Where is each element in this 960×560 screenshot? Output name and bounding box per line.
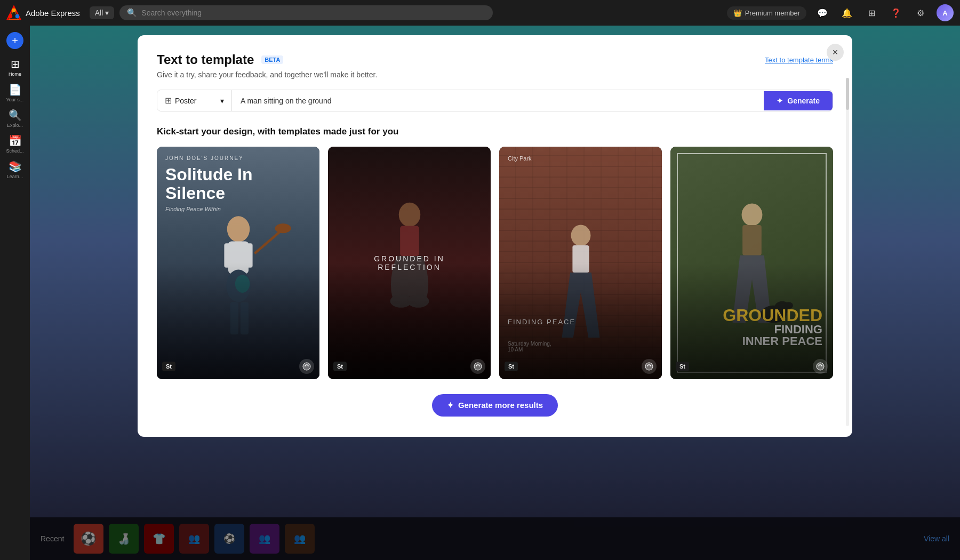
template-card-3[interactable]: City Park FINDING PEACE Saturday Morning… <box>499 147 662 379</box>
remix-badge-2 <box>470 359 485 374</box>
prompt-input-row: ⊞ Poster ▾ ✦ Generate <box>157 90 833 111</box>
template-grid: John Doe'S Journey Solitude InSilence Fi… <box>157 147 833 379</box>
text-to-template-modal: × Text to template BETA Text to template… <box>138 35 852 437</box>
filter-label: All <box>95 9 103 17</box>
sidebar-label-schedule: Sched... <box>6 148 23 154</box>
type-dropdown[interactable]: ⊞ Poster ▾ <box>157 90 232 111</box>
create-new-button[interactable]: + <box>6 32 23 49</box>
search-bar[interactable]: 🔍 <box>119 5 493 20</box>
section-heading: Kick-start your design, with templates m… <box>157 126 833 137</box>
modal-title: Text to template <box>157 52 254 67</box>
remix-icon-1 <box>302 362 311 371</box>
svg-point-20 <box>474 363 482 370</box>
search-icon: 🔍 <box>127 8 137 18</box>
close-icon: × <box>833 47 838 58</box>
sidebar-label-explore: Explo... <box>7 123 23 128</box>
st-badge-3: St <box>505 362 518 371</box>
sidebar-item-schedule[interactable]: 📅 Sched... <box>3 132 27 156</box>
premium-label: Premium member <box>745 9 800 17</box>
template-card-1[interactable]: John Doe'S Journey Solitude InSilence Fi… <box>157 147 319 379</box>
generate-label: Generate <box>787 97 820 105</box>
chevron-down-icon: ▾ <box>105 9 109 17</box>
generate-more-section: ✦ Generate more results <box>157 394 833 417</box>
document-icon: 📄 <box>9 83 22 96</box>
settings-icon-button[interactable]: ⚙ <box>912 4 929 21</box>
chat-icon-button[interactable]: 💬 <box>814 4 831 21</box>
remix-icon-4 <box>816 362 825 371</box>
remix-icon-2 <box>474 362 482 371</box>
dropdown-chevron-icon: ▾ <box>220 97 224 105</box>
search-filter-dropdown[interactable]: All ▾ <box>90 6 115 19</box>
sidebar-item-learn[interactable]: 📚 Learn... <box>3 158 27 181</box>
st-badge-4: St <box>676 362 689 371</box>
notifications-icon-button[interactable]: 🔔 <box>838 4 855 21</box>
card2-badges: St <box>333 359 485 374</box>
learn-icon: 📚 <box>9 160 22 173</box>
beta-badge: BETA <box>261 55 283 64</box>
top-navigation: Adobe Express All ▾ 🔍 👑 Premium member 💬… <box>0 0 960 26</box>
prompt-text-input[interactable] <box>232 91 764 110</box>
adobe-logo-icon <box>6 5 21 20</box>
svg-point-2 <box>9 14 12 18</box>
generate-more-sparkle-icon: ✦ <box>447 401 454 410</box>
remix-badge-4 <box>813 359 828 374</box>
svg-point-23 <box>645 363 653 370</box>
app-logo: Adobe Express <box>6 5 80 20</box>
remix-badge-1 <box>299 359 314 374</box>
sidebar-label-yours: Your s... <box>6 97 24 102</box>
card3-badges: St <box>505 359 657 374</box>
modal-scrollbar-thumb[interactable] <box>846 78 849 110</box>
crown-icon: 👑 <box>733 9 742 17</box>
sidebar-item-your-stuff[interactable]: 📄 Your s... <box>3 81 27 105</box>
st-badge-2: St <box>333 362 347 371</box>
modal-close-button[interactable]: × <box>827 44 844 61</box>
help-icon-button[interactable]: ❓ <box>887 4 905 21</box>
sidebar-item-home[interactable]: ⊞ Home <box>3 55 27 79</box>
generate-button[interactable]: ✦ Generate <box>764 91 833 110</box>
modal-scrollbar-track[interactable] <box>846 78 849 426</box>
calendar-icon: 📅 <box>9 134 22 147</box>
grid-icon-button[interactable]: ⊞ <box>863 4 880 21</box>
left-sidebar: + ⊞ Home 📄 Your s... 🔍 Explo... 📅 Sched.… <box>0 26 30 560</box>
modal-subtitle: Give it a try, share your feedback, and … <box>157 70 833 79</box>
remix-badge-3 <box>642 359 657 374</box>
svg-point-3 <box>15 14 19 18</box>
card1-badges: St <box>162 359 314 374</box>
premium-member-badge[interactable]: 👑 Premium member <box>727 6 806 20</box>
svg-point-15 <box>303 363 310 370</box>
remix-icon-3 <box>645 362 653 371</box>
sidebar-label-learn: Learn... <box>7 174 23 179</box>
type-dropdown-label: Poster <box>175 97 196 105</box>
sidebar-label-home: Home <box>9 71 21 77</box>
home-icon: ⊞ <box>11 58 20 70</box>
sidebar-item-explore[interactable]: 🔍 Explo... <box>3 107 27 130</box>
svg-point-4 <box>12 9 15 12</box>
poster-icon: ⊞ <box>165 95 172 106</box>
explore-icon: 🔍 <box>9 109 22 122</box>
generate-more-button[interactable]: ✦ Generate more results <box>432 394 558 417</box>
user-avatar[interactable]: A <box>937 4 954 21</box>
terms-link[interactable]: Text to template terms <box>765 56 833 64</box>
template-card-4[interactable]: GROUNDED FINDINGINNER PEACE St <box>670 147 833 379</box>
card4-badges: St <box>676 359 828 374</box>
template-card-2[interactable]: GROUNDED IN REFLECTION St <box>328 147 491 379</box>
st-badge-1: St <box>162 362 175 371</box>
app-brand-name: Adobe Express <box>26 9 80 18</box>
modal-header: Text to template BETA Text to template t… <box>157 52 833 67</box>
search-input[interactable] <box>141 9 485 17</box>
main-background: × Text to template BETA Text to template… <box>30 26 960 560</box>
nav-right-actions: 👑 Premium member 💬 🔔 ⊞ ❓ ⚙ A <box>727 4 954 21</box>
generate-sparkle-icon: ✦ <box>777 97 783 105</box>
svg-point-29 <box>817 363 824 370</box>
generate-more-label: Generate more results <box>458 401 543 410</box>
